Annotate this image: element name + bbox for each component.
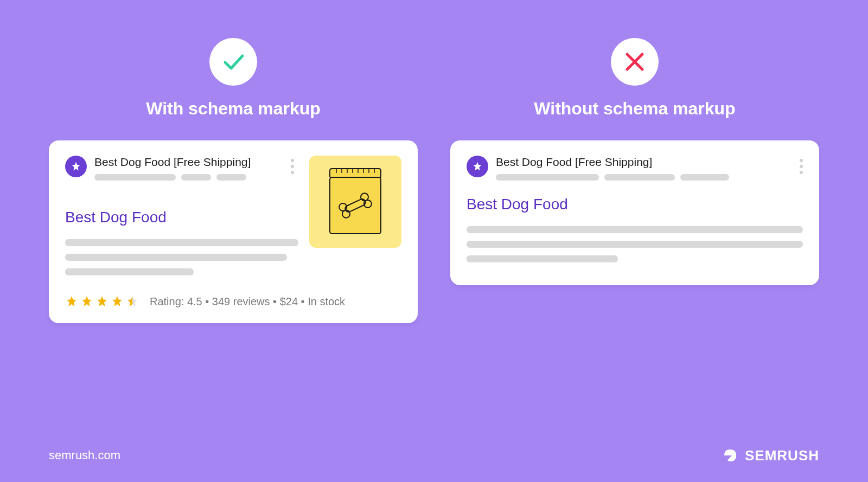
star-icon — [472, 161, 483, 172]
desc-line — [65, 239, 298, 246]
star-icon — [80, 295, 93, 308]
favicon-icon — [65, 156, 87, 177]
serp-card-without-schema: Best Dog Food [Free Shipping] Best Dog F… — [450, 140, 819, 285]
comparison-columns: With schema markup Best Dog Food [Free S… — [0, 0, 868, 323]
desc-line — [65, 254, 287, 261]
desc-line — [467, 255, 618, 262]
star-icon — [65, 295, 78, 308]
brand-logo: SEMRUSH — [721, 446, 819, 465]
dog-food-bag-icon — [326, 166, 385, 237]
column-without-schema: Without schema markup Best Dog Food [Fre… — [450, 38, 819, 323]
breadcrumb-placeholder — [94, 174, 280, 181]
breadcrumb-placeholder — [496, 174, 789, 181]
star-icon — [111, 295, 124, 308]
desc-line — [467, 226, 803, 233]
result-title: Best Dog Food [Free Shipping] — [94, 156, 280, 169]
semrush-flame-icon — [721, 446, 739, 465]
brand-name: SEMRUSH — [745, 447, 819, 464]
footer-url: semrush.com — [49, 448, 120, 462]
star-rating — [65, 295, 139, 308]
result-link-title: Best Dog Food — [65, 209, 298, 226]
column-with-schema: With schema markup Best Dog Food [Free S… — [49, 38, 418, 323]
cross-badge — [611, 38, 659, 86]
favicon-icon — [467, 156, 488, 177]
more-icon — [800, 156, 803, 174]
footer: semrush.com SEMRUSH — [0, 446, 868, 465]
heading-without-schema: Without schema markup — [534, 99, 735, 119]
serp-card-with-schema: Best Dog Food [Free Shipping] — [49, 140, 418, 323]
heading-with-schema: With schema markup — [146, 99, 321, 119]
rating-text: Rating: 4.5 • 349 reviews • $24 • In sto… — [150, 295, 345, 308]
star-half-icon — [126, 295, 139, 308]
star-icon — [71, 161, 81, 172]
result-title: Best Dog Food [Free Shipping] — [496, 156, 789, 169]
desc-line — [65, 268, 194, 275]
cross-icon — [623, 50, 647, 74]
check-icon — [220, 48, 247, 75]
svg-rect-0 — [330, 177, 381, 234]
desc-line — [467, 241, 803, 248]
check-badge — [209, 38, 257, 86]
product-thumbnail — [309, 156, 401, 248]
more-icon — [291, 156, 294, 174]
rating-row: Rating: 4.5 • 349 reviews • $24 • In sto… — [65, 295, 401, 308]
result-link-title: Best Dog Food — [467, 196, 803, 213]
star-icon — [95, 295, 108, 308]
